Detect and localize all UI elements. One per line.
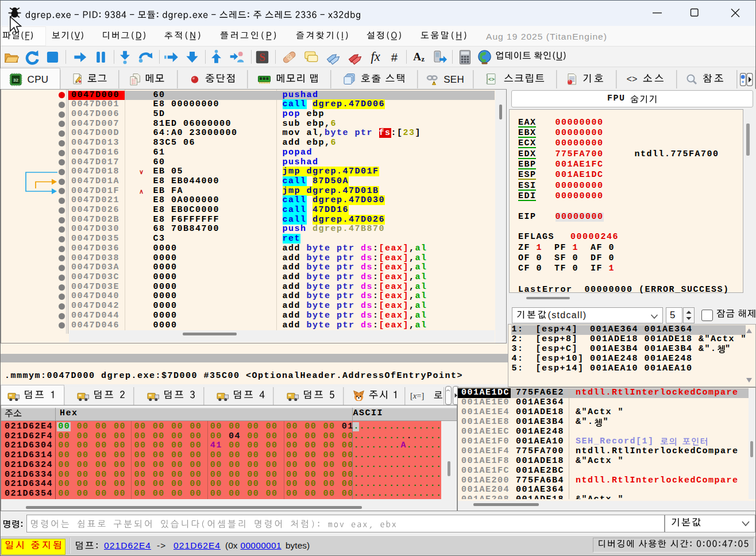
svg-text:32: 32 [13,78,18,83]
svg-text:S: S [259,51,265,63]
svg-text:fx: fx [371,49,380,64]
svg-text:<>: <> [488,77,495,83]
svg-text:A: A [413,51,421,63]
svg-text:z: z [421,55,425,63]
svg-text:<>: <> [626,75,637,85]
svg-text:#: # [391,51,398,63]
